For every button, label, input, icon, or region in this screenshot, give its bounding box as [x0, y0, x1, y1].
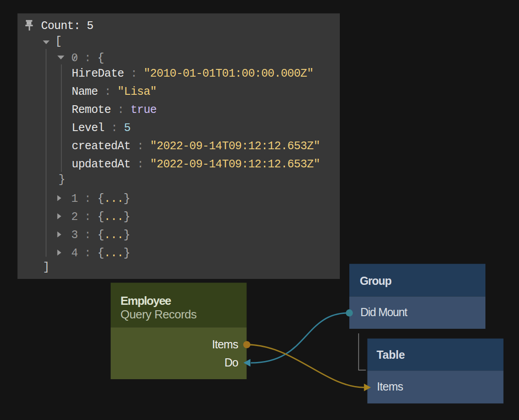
- svg-text:[: [: [55, 35, 62, 48]
- svg-text:Group: Group: [360, 274, 392, 287]
- svg-text:3 : {...}: 3 : {...}: [71, 229, 130, 242]
- svg-text:1 : {...}: 1 : {...}: [71, 192, 130, 205]
- svg-text:Do: Do: [225, 356, 238, 369]
- svg-text:0 : {: 0 : {: [71, 52, 104, 65]
- svg-text:Table: Table: [377, 348, 405, 361]
- svg-text:}: }: [59, 173, 65, 186]
- svg-text:HireDate : "2010-01-01T01:00:0: HireDate : "2010-01-01T01:00:00.000Z": [72, 67, 313, 80]
- svg-text:Did Mount: Did Mount: [360, 306, 407, 318]
- svg-text:Name : "Lisa": Name : "Lisa": [72, 85, 157, 98]
- svg-text:2 : {...}: 2 : {...}: [71, 210, 130, 224]
- svg-text:Count: 5: Count: 5: [41, 20, 93, 33]
- svg-text:updatedAt : "2022-09-14T09:12:: updatedAt : "2022-09-14T09:12:12.653Z": [72, 158, 320, 171]
- svg-text:4 : {...}: 4 : {...}: [71, 247, 130, 260]
- svg-text:Remote : true: Remote : true: [72, 103, 157, 117]
- svg-text:Items: Items: [212, 338, 238, 351]
- svg-text:Items: Items: [377, 380, 403, 393]
- svg-text:Employee: Employee: [121, 294, 171, 308]
- svg-text:Level : 5: Level : 5: [72, 122, 131, 135]
- svg-text:]: ]: [43, 261, 49, 274]
- svg-text:Query Records: Query Records: [121, 308, 197, 321]
- svg-text:createdAt : "2022-09-14T09:12:: createdAt : "2022-09-14T09:12:12.653Z": [72, 140, 320, 153]
